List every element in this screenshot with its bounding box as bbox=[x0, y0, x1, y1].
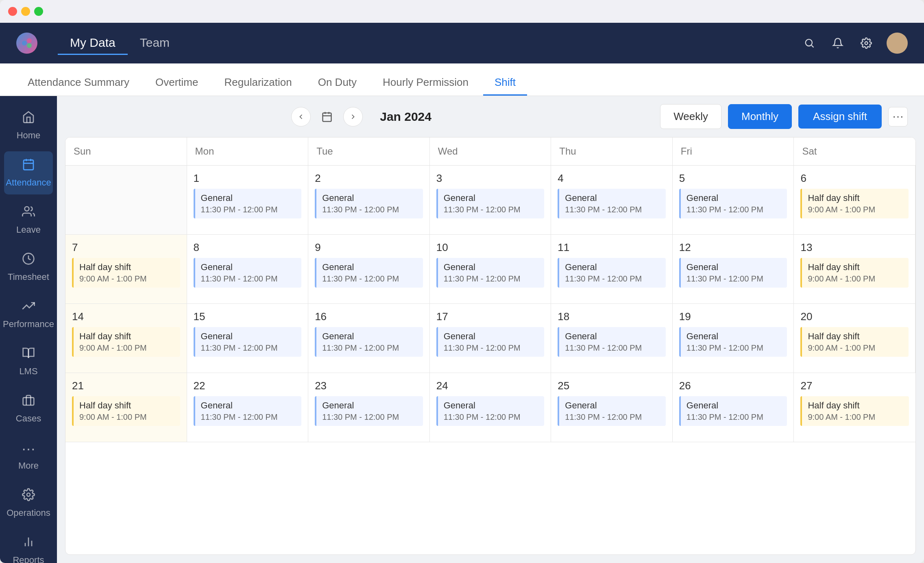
tab-my-data[interactable]: My Data bbox=[58, 32, 128, 55]
shift-card[interactable]: General11:30 PM - 12:00 PM bbox=[436, 189, 545, 218]
lms-icon bbox=[22, 347, 35, 363]
notifications-icon[interactable] bbox=[830, 35, 846, 51]
shift-card[interactable]: General11:30 PM - 12:00 PM bbox=[194, 258, 302, 288]
next-month-button[interactable] bbox=[343, 107, 363, 127]
calendar-cell-w3d5[interactable]: 26General11:30 PM - 12:00 PM bbox=[673, 373, 794, 442]
more-icon: ⋯ bbox=[22, 441, 35, 457]
app-window: My Data Team bbox=[0, 0, 924, 563]
calendar-cell-w1d6[interactable]: 13Half day shift9:00 AM - 1:00 PM bbox=[794, 235, 915, 304]
shift-card[interactable]: General11:30 PM - 12:00 PM bbox=[315, 189, 423, 218]
svg-point-3 bbox=[806, 39, 812, 46]
shift-card[interactable]: General11:30 PM - 12:00 PM bbox=[679, 258, 787, 288]
sidebar-item-more[interactable]: ⋯ More bbox=[4, 434, 53, 478]
sidebar-item-lms[interactable]: LMS bbox=[4, 340, 53, 383]
calendar-grid: Sun Mon Tue Wed Thu Fri Sat 1General11:3… bbox=[65, 137, 916, 555]
app-logo bbox=[16, 33, 37, 54]
shift-card[interactable]: Half day shift9:00 AM - 1:00 PM bbox=[72, 258, 180, 288]
search-icon[interactable] bbox=[801, 35, 817, 51]
calendar-cell-w1d0[interactable]: 7Half day shift9:00 AM - 1:00 PM bbox=[65, 235, 187, 304]
calendar-cell-w0d2[interactable]: 2General11:30 PM - 12:00 PM bbox=[308, 166, 430, 235]
subtab-regularization[interactable]: Regularization bbox=[213, 70, 303, 96]
performance-icon bbox=[22, 299, 35, 316]
sidebar-item-performance[interactable]: Performance bbox=[4, 293, 53, 336]
calendar-cell-w1d3[interactable]: 10General11:30 PM - 12:00 PM bbox=[430, 235, 551, 304]
shift-card[interactable]: Half day shift9:00 AM - 1:00 PM bbox=[72, 327, 180, 357]
calendar-cell-w3d2[interactable]: 23General11:30 PM - 12:00 PM bbox=[308, 373, 430, 442]
more-options-button[interactable]: ⋯ bbox=[888, 107, 908, 127]
weekly-view-button[interactable]: Weekly bbox=[660, 104, 721, 129]
shift-card[interactable]: General11:30 PM - 12:00 PM bbox=[679, 396, 787, 426]
calendar-cell-w2d4[interactable]: 18General11:30 PM - 12:00 PM bbox=[551, 304, 673, 373]
maximize-button[interactable] bbox=[34, 7, 43, 16]
close-button[interactable] bbox=[8, 7, 17, 16]
sidebar-item-leave[interactable]: Leave bbox=[4, 199, 53, 242]
calendar-cell-w0d5[interactable]: 5General11:30 PM - 12:00 PM bbox=[673, 166, 794, 235]
day-header-fri: Fri bbox=[673, 137, 794, 165]
sidebar-item-home[interactable]: Home bbox=[4, 104, 53, 147]
calendar-cell-w0d3[interactable]: 3General11:30 PM - 12:00 PM bbox=[430, 166, 551, 235]
calendar-cell-w3d4[interactable]: 25General11:30 PM - 12:00 PM bbox=[551, 373, 673, 442]
shift-card[interactable]: General11:30 PM - 12:00 PM bbox=[679, 189, 787, 218]
calendar-cell-w3d6[interactable]: 27Half day shift9:00 AM - 1:00 PM bbox=[794, 373, 915, 442]
shift-card[interactable]: General11:30 PM - 12:00 PM bbox=[558, 258, 666, 288]
calendar-cell-w2d1[interactable]: 15General11:30 PM - 12:00 PM bbox=[187, 304, 309, 373]
shift-card[interactable]: General11:30 PM - 12:00 PM bbox=[558, 396, 666, 426]
calendar-cell-w1d4[interactable]: 11General11:30 PM - 12:00 PM bbox=[551, 235, 673, 304]
user-avatar[interactable] bbox=[887, 33, 908, 54]
calendar-cell-w3d0[interactable]: 21Half day shift9:00 AM - 1:00 PM bbox=[65, 373, 187, 442]
shift-card[interactable]: General11:30 PM - 12:00 PM bbox=[436, 327, 545, 357]
calendar-cell-w0d6[interactable]: 6Half day shift9:00 AM - 1:00 PM bbox=[794, 166, 915, 235]
assign-shift-button[interactable]: Assign shift bbox=[798, 105, 882, 129]
shift-card[interactable]: General11:30 PM - 12:00 PM bbox=[315, 327, 423, 357]
calendar-cell-w2d6[interactable]: 20Half day shift9:00 AM - 1:00 PM bbox=[794, 304, 915, 373]
subtab-attendance-summary[interactable]: Attendance Summary bbox=[16, 70, 141, 96]
calendar-cell-w2d5[interactable]: 19General11:30 PM - 12:00 PM bbox=[673, 304, 794, 373]
calendar-cell-w3d1[interactable]: 22General11:30 PM - 12:00 PM bbox=[187, 373, 309, 442]
reports-icon bbox=[22, 535, 35, 552]
calendar-cell-w1d1[interactable]: 8General11:30 PM - 12:00 PM bbox=[187, 235, 309, 304]
sidebar-label-reports: Reports bbox=[13, 555, 44, 563]
sidebar-item-attendance[interactable]: Attendance bbox=[4, 151, 53, 194]
calendar-cell-w2d3[interactable]: 17General11:30 PM - 12:00 PM bbox=[430, 304, 551, 373]
subtab-shift[interactable]: Shift bbox=[483, 70, 527, 96]
shift-card[interactable]: Half day shift9:00 AM - 1:00 PM bbox=[72, 396, 180, 426]
shift-card[interactable]: Half day shift9:00 AM - 1:00 PM bbox=[800, 327, 909, 357]
shift-card[interactable]: General11:30 PM - 12:00 PM bbox=[194, 327, 302, 357]
calendar-cell-w1d5[interactable]: 12General11:30 PM - 12:00 PM bbox=[673, 235, 794, 304]
content-area: Jan 2024 Weekly Monthly Assign shift ⋯ S… bbox=[57, 96, 924, 563]
shift-card[interactable]: Half day shift9:00 AM - 1:00 PM bbox=[800, 258, 909, 288]
shift-card[interactable]: Half day shift9:00 AM - 1:00 PM bbox=[800, 189, 909, 218]
calendar-cell-w0d0[interactable] bbox=[65, 166, 187, 235]
prev-month-button[interactable] bbox=[291, 107, 311, 127]
shift-card[interactable]: General11:30 PM - 12:00 PM bbox=[315, 396, 423, 426]
subtab-hourly-permission[interactable]: Hourly Permission bbox=[371, 70, 480, 96]
shift-card[interactable]: General11:30 PM - 12:00 PM bbox=[558, 189, 666, 218]
shift-card[interactable]: General11:30 PM - 12:00 PM bbox=[558, 327, 666, 357]
sidebar-item-timesheet[interactable]: Timesheet bbox=[4, 246, 53, 289]
tab-team[interactable]: Team bbox=[128, 32, 182, 55]
sidebar-item-operations[interactable]: Operations bbox=[4, 482, 53, 525]
sidebar-label-lms: LMS bbox=[19, 366, 37, 377]
monthly-view-button[interactable]: Monthly bbox=[728, 104, 792, 129]
shift-card[interactable]: Half day shift9:00 AM - 1:00 PM bbox=[800, 396, 909, 426]
shift-card[interactable]: General11:30 PM - 12:00 PM bbox=[194, 396, 302, 426]
settings-icon[interactable] bbox=[858, 35, 874, 51]
shift-card[interactable]: General11:30 PM - 12:00 PM bbox=[315, 258, 423, 288]
topnav-left: My Data Team bbox=[16, 32, 182, 55]
calendar-cell-w3d3[interactable]: 24General11:30 PM - 12:00 PM bbox=[430, 373, 551, 442]
sidebar-item-cases[interactable]: Cases bbox=[4, 387, 53, 430]
sidebar-item-reports[interactable]: Reports bbox=[4, 529, 53, 563]
shift-card[interactable]: General11:30 PM - 12:00 PM bbox=[194, 189, 302, 218]
minimize-button[interactable] bbox=[21, 7, 30, 16]
shift-card[interactable]: General11:30 PM - 12:00 PM bbox=[436, 258, 545, 288]
calendar-cell-w0d4[interactable]: 4General11:30 PM - 12:00 PM bbox=[551, 166, 673, 235]
calendar-cell-w2d2[interactable]: 16General11:30 PM - 12:00 PM bbox=[308, 304, 430, 373]
svg-line-4 bbox=[811, 45, 813, 47]
subtab-on-duty[interactable]: On Duty bbox=[307, 70, 368, 96]
subtab-overtime[interactable]: Overtime bbox=[144, 70, 209, 96]
calendar-cell-w2d0[interactable]: 14Half day shift9:00 AM - 1:00 PM bbox=[65, 304, 187, 373]
shift-card[interactable]: General11:30 PM - 12:00 PM bbox=[436, 396, 545, 426]
calendar-cell-w1d2[interactable]: 9General11:30 PM - 12:00 PM bbox=[308, 235, 430, 304]
calendar-cell-w0d1[interactable]: 1General11:30 PM - 12:00 PM bbox=[187, 166, 309, 235]
shift-card[interactable]: General11:30 PM - 12:00 PM bbox=[679, 327, 787, 357]
